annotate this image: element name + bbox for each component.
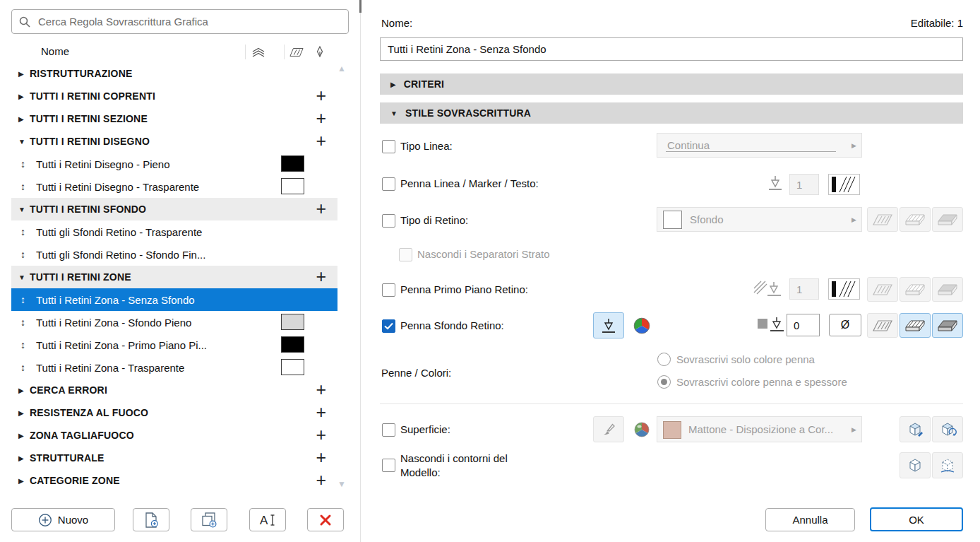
bg-fill-flat-button[interactable] xyxy=(867,313,898,338)
style-section-header[interactable]: ▼ STILE SOVRASCRITTURA xyxy=(380,102,963,124)
reorder-icon[interactable]: ↕ xyxy=(20,158,36,170)
fill-slab-hatch-button[interactable] xyxy=(900,207,931,232)
hide-skin-separators-checkbox[interactable] xyxy=(399,248,412,261)
fill-foreground-pen-preview[interactable] xyxy=(828,278,860,300)
add-rule-icon[interactable]: + xyxy=(316,424,326,445)
add-rule-icon[interactable]: + xyxy=(316,447,326,468)
tree-group-row[interactable]: ▶CATEGORIE ZONE+ xyxy=(11,469,337,492)
fg-fill-flat-button[interactable] xyxy=(867,277,898,302)
scroll-down-arrow[interactable]: ▼ xyxy=(337,479,346,489)
add-rule-icon[interactable]: + xyxy=(316,130,326,151)
gray-square-pen-icon[interactable] xyxy=(757,315,785,336)
add-rule-icon[interactable]: + xyxy=(316,401,326,423)
line-pen-number-field[interactable]: 1 xyxy=(789,174,819,195)
fill-slab-solid-button[interactable] xyxy=(932,207,963,232)
reorder-icon[interactable]: ↕ xyxy=(20,339,36,350)
add-rule-icon[interactable]: + xyxy=(316,107,326,129)
tree-item-row[interactable]: ↕Tutti i Retini Disegno - Pieno xyxy=(11,153,337,175)
tree-group-row[interactable]: ▶STRUTTURALE+ xyxy=(11,447,337,469)
search-input[interactable] xyxy=(37,15,348,28)
surface-sphere-icon[interactable] xyxy=(633,421,650,441)
panel-divider[interactable] xyxy=(360,0,361,542)
cancel-button[interactable]: Annulla xyxy=(765,508,855,531)
fill-foreground-pen-number-field[interactable]: 1 xyxy=(789,278,819,300)
chevron-right-icon[interactable]: ▶ xyxy=(18,115,30,123)
tree-item-row[interactable]: ↕Tutti gli Sfondi Retino - Sfondo Fin... xyxy=(11,243,337,266)
bg-pen-mode-button[interactable] xyxy=(593,312,624,338)
new-rule-button[interactable]: Nuovo xyxy=(11,508,115,531)
tree-group-row[interactable]: ▶TUTTI I RETINI COPRENTI+ xyxy=(11,85,337,107)
chevron-right-icon[interactable]: ▶ xyxy=(18,387,30,394)
panel-divider-handle[interactable] xyxy=(359,0,361,13)
delete-rule-button[interactable] xyxy=(307,508,344,531)
diameter-button[interactable]: Ø xyxy=(829,314,861,336)
tree-item-row[interactable]: ↕Tutti i Retini Zona - Trasparente xyxy=(11,356,337,379)
fill-type-checkbox[interactable] xyxy=(382,214,395,228)
add-rule-icon[interactable]: + xyxy=(316,469,326,490)
surface-cube-paint-button[interactable] xyxy=(900,416,931,442)
name-column-header[interactable]: Nome xyxy=(41,45,69,57)
tree-group-row[interactable]: ▼TUTTI I RETINI DISEGNO+ xyxy=(11,130,337,153)
chevron-right-icon[interactable]: ▶ xyxy=(18,454,30,462)
rule-search-box[interactable] xyxy=(11,9,349,34)
fill-type-dropdown[interactable]: Sfondo ▶ xyxy=(657,207,862,232)
line-type-dropdown[interactable]: Continua ▶ xyxy=(657,133,862,158)
bg-fill-slab-solid-button[interactable] xyxy=(932,313,963,338)
rename-rule-button[interactable]: A xyxy=(249,508,286,531)
fill-hatch-icon[interactable] xyxy=(289,47,304,60)
surface-cube-reset-button[interactable] xyxy=(932,416,963,442)
bg-fill-slab-hatch-button[interactable] xyxy=(900,313,931,338)
duplicate-rule-button[interactable] xyxy=(191,508,227,531)
criteria-section-header[interactable]: ▶ CRITERI xyxy=(380,73,963,95)
pen-underline-icon[interactable] xyxy=(766,174,784,195)
tree-group-row[interactable]: ▼TUTTI I RETINI SFONDO+ xyxy=(11,198,337,220)
chevron-down-icon[interactable]: ▼ xyxy=(18,273,30,281)
fg-fill-slab-hatch-button[interactable] xyxy=(900,277,931,302)
tree-item-row[interactable]: ↕Tutti i Retini Disegno - Trasparente xyxy=(11,175,337,198)
pen-icon[interactable] xyxy=(316,46,324,61)
add-rule-icon[interactable]: + xyxy=(316,266,326,287)
fg-fill-slab-solid-button[interactable] xyxy=(932,277,963,302)
add-rule-icon[interactable]: + xyxy=(316,198,326,219)
chevron-right-icon[interactable]: ▶ xyxy=(18,70,30,78)
line-pen-checkbox[interactable] xyxy=(382,177,395,191)
override-color-only-radio[interactable] xyxy=(657,353,671,366)
layers-icon[interactable] xyxy=(251,47,265,61)
new-rule-from-selected-button[interactable] xyxy=(133,508,169,531)
chevron-right-icon[interactable]: ▶ xyxy=(18,409,30,417)
tree-group-row[interactable]: ▶CERCA ERRORI+ xyxy=(11,379,337,401)
reorder-icon[interactable]: ↕ xyxy=(20,226,36,237)
tree-group-row[interactable]: ▶RESISTENZA AL FUOCO+ xyxy=(11,401,337,424)
reorder-icon[interactable]: ↕ xyxy=(20,181,36,192)
reorder-icon[interactable]: ↕ xyxy=(20,317,36,328)
chevron-down-icon[interactable]: ▼ xyxy=(18,206,30,213)
scroll-up-arrow[interactable]: ▲ xyxy=(337,64,346,73)
tree-item-row[interactable]: ↕Tutti i Retini Zona - Senza Sfondo xyxy=(11,288,337,311)
chevron-right-icon[interactable]: ▶ xyxy=(18,477,30,485)
model-hidden-contour-cube-button[interactable] xyxy=(932,452,963,478)
fill-flat-button[interactable] xyxy=(867,207,898,232)
reorder-icon[interactable]: ↕ xyxy=(20,249,36,260)
tree-group-row[interactable]: ▼TUTTI I RETINI ZONE+ xyxy=(11,266,337,288)
add-rule-icon[interactable]: + xyxy=(316,85,326,106)
color-wheel-icon[interactable] xyxy=(633,317,651,338)
rule-name-input[interactable] xyxy=(380,37,963,61)
fill-background-pen-checkbox[interactable] xyxy=(382,319,395,333)
fill-background-pen-number-field[interactable]: 0 xyxy=(787,314,820,336)
tree-item-row[interactable]: ↕Tutti i Retini Zona - Sfondo Pieno xyxy=(11,311,337,334)
reorder-icon[interactable]: ↕ xyxy=(20,294,36,305)
reorder-icon[interactable]: ↕ xyxy=(20,362,36,373)
tree-item-row[interactable]: ↕Tutti i Retini Zona - Primo Piano Pi... xyxy=(11,334,337,356)
add-rule-icon[interactable]: + xyxy=(316,379,326,400)
ok-button[interactable]: OK xyxy=(870,507,963,531)
tree-item-row[interactable]: ↕Tutti gli Sfondi Retino - Trasparente xyxy=(11,220,337,243)
surface-dropdown[interactable]: Mattone - Disposizione a Cor... ▶ xyxy=(657,416,862,442)
line-pen-preview[interactable] xyxy=(828,174,860,195)
surface-paint-button[interactable] xyxy=(593,416,624,442)
chevron-right-icon[interactable]: ▶ xyxy=(18,432,30,440)
tree-group-row[interactable]: ▶TUTTI I RETINI SEZIONE+ xyxy=(11,107,337,130)
model-contour-cube-button[interactable] xyxy=(900,452,931,478)
surface-checkbox[interactable] xyxy=(382,423,395,437)
tree-group-row[interactable]: ▶RISTRUTTURAZIONE xyxy=(11,62,337,85)
override-color-weight-radio[interactable] xyxy=(657,375,671,389)
